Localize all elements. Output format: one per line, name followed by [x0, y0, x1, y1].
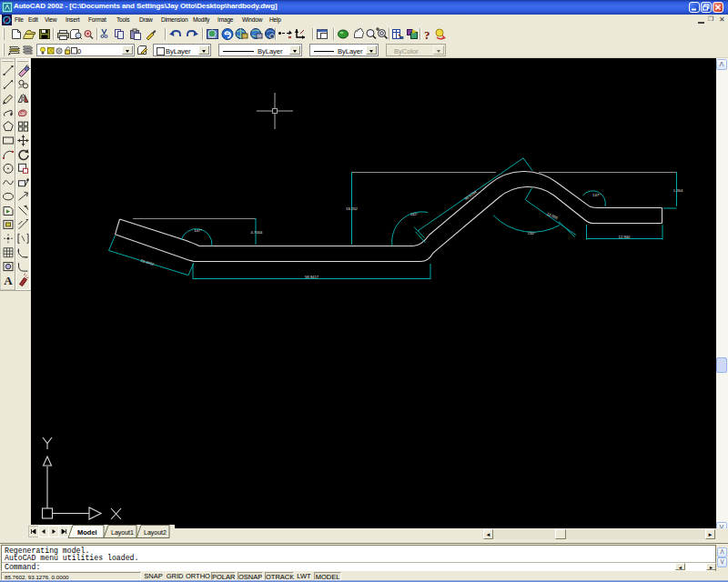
- svg-text:12.940: 12.940: [619, 235, 631, 239]
- svg-text:58.9417: 58.9417: [305, 275, 319, 279]
- svg-text:147°: 147°: [592, 193, 601, 197]
- svg-text:A: A: [4, 274, 13, 287]
- svg-text:4.7004: 4.7004: [251, 230, 263, 235]
- svg-text:30.8264: 30.8264: [463, 189, 478, 201]
- svg-text:142°: 142°: [410, 212, 419, 216]
- svg-text:1.264: 1.264: [673, 188, 683, 193]
- svg-text:?: ?: [424, 28, 430, 42]
- svg-text:Model: Model: [77, 528, 97, 537]
- svg-text:Layout2: Layout2: [144, 529, 167, 537]
- svg-text:20.6402: 20.6402: [140, 258, 156, 266]
- svg-text:18.252: 18.252: [346, 206, 358, 211]
- svg-text:147°: 147°: [194, 228, 202, 233]
- svg-text:134°: 134°: [528, 231, 536, 236]
- svg-text:Layout1: Layout1: [111, 529, 134, 537]
